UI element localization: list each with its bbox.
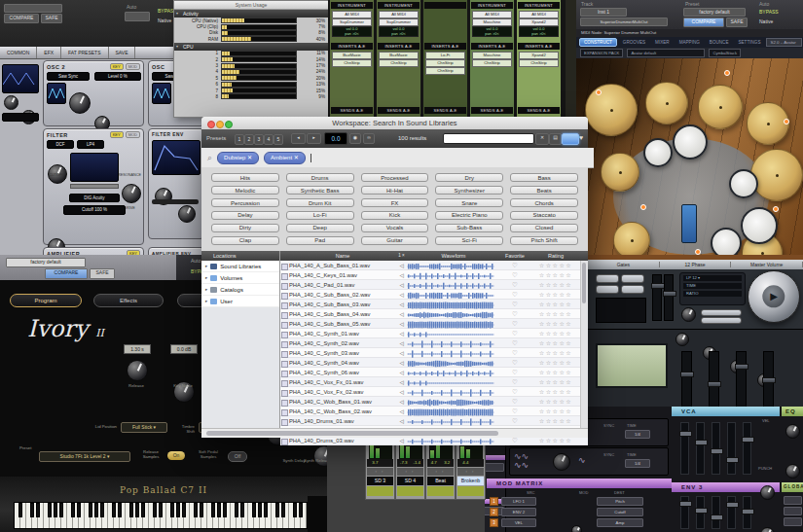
black-key[interactable] bbox=[159, 503, 163, 517]
cymbal[interactable] bbox=[585, 84, 638, 136]
mm-row-num[interactable]: 1 bbox=[490, 497, 498, 506]
category-hi-hat[interactable]: Hi-Hat bbox=[361, 186, 429, 195]
insert-plugin-button[interactable]: Lo-Fi bbox=[425, 52, 465, 59]
black-key[interactable] bbox=[30, 503, 34, 517]
global-tune-box[interactable] bbox=[784, 496, 802, 505]
audition-speaker-icon[interactable]: ◁ bbox=[396, 311, 407, 317]
favorites-heart-icon[interactable]: ♥ bbox=[579, 134, 583, 141]
black-key[interactable] bbox=[252, 503, 256, 517]
env3-fader[interactable] bbox=[712, 496, 720, 529]
drummer-preset-box[interactable]: factory default bbox=[683, 8, 746, 17]
filter-key-badge[interactable]: KEY bbox=[110, 131, 124, 138]
vca-fader[interactable] bbox=[727, 422, 736, 475]
insert-plugin-button[interactable]: Maschine bbox=[472, 52, 512, 59]
browser-back-button[interactable]: ◂ bbox=[291, 133, 306, 144]
lower-fader-2[interactable] bbox=[709, 351, 719, 408]
mm-row-num[interactable]: 3 bbox=[490, 518, 498, 527]
rating-stars[interactable]: ☆☆☆☆☆ bbox=[529, 417, 582, 424]
lfo2-time-value[interactable]: 1/4 bbox=[625, 459, 650, 468]
preset-button-5[interactable]: 5 bbox=[274, 134, 283, 145]
osc2-warp-knob[interactable] bbox=[69, 92, 91, 114]
location-catalogs[interactable]: ▸Catalogs bbox=[201, 284, 279, 296]
rating-stars[interactable]: ☆☆☆☆☆ bbox=[529, 330, 582, 337]
black-key[interactable] bbox=[258, 503, 262, 517]
track-name-plate[interactable]: Brokenb bbox=[457, 477, 484, 485]
mm-src-button[interactable]: ENV 2 bbox=[501, 508, 536, 516]
category-drum-kit[interactable]: Drum Kit bbox=[286, 198, 354, 207]
env3-fader[interactable] bbox=[743, 496, 751, 529]
vca-punch-knob[interactable] bbox=[760, 527, 775, 532]
favorite-heart-icon[interactable]: ♡ bbox=[500, 310, 529, 318]
rack-fader-left[interactable] bbox=[652, 274, 662, 321]
black-key[interactable] bbox=[264, 503, 268, 517]
drum[interactable] bbox=[741, 207, 778, 244]
insert-plugin-button[interactable]: BuzMaxie bbox=[379, 52, 419, 59]
favorite-heart-icon[interactable]: ♡ bbox=[500, 262, 529, 269]
drummer-tab-construct[interactable]: CONSTRUCT bbox=[579, 38, 617, 47]
lower-knob-1[interactable] bbox=[675, 333, 689, 346]
safe-button[interactable]: SAFE bbox=[41, 14, 62, 23]
rack-gain-slider[interactable] bbox=[701, 317, 742, 324]
black-key[interactable] bbox=[223, 503, 227, 517]
rating-stars[interactable]: ☆☆☆☆☆ bbox=[529, 437, 582, 443]
category-electric-piano[interactable]: Electric Piano bbox=[435, 211, 503, 220]
category-guitar[interactable]: Guitar bbox=[361, 236, 429, 245]
global-source-box[interactable] bbox=[784, 517, 802, 526]
system-usage-titlebar[interactable]: System Usage bbox=[174, 1, 328, 10]
vca-fader[interactable] bbox=[743, 422, 751, 475]
rating-stars[interactable]: ☆☆☆☆☆ bbox=[529, 349, 582, 356]
rating-stars[interactable]: ☆☆☆☆☆ bbox=[529, 359, 582, 366]
insert-plugin-button[interactable]: ChnStrip bbox=[472, 59, 512, 67]
drum[interactable] bbox=[673, 124, 708, 160]
drummer-compare-button[interactable]: COMPARE bbox=[683, 18, 724, 27]
rack-button-2[interactable] bbox=[621, 274, 644, 283]
vca-vel-knob[interactable] bbox=[760, 485, 775, 500]
rack-fader-right[interactable] bbox=[664, 274, 674, 321]
black-key[interactable] bbox=[194, 503, 198, 517]
cymbal[interactable] bbox=[601, 153, 639, 192]
rating-stars[interactable]: ☆☆☆☆☆ bbox=[529, 320, 582, 327]
audition-speaker-icon[interactable]: ◁ bbox=[396, 263, 407, 268]
rack-screen-row[interactable]: RATIO bbox=[683, 291, 742, 297]
rating-stars[interactable]: ☆☆☆☆☆ bbox=[529, 281, 582, 288]
rack-freq-slider[interactable] bbox=[701, 309, 742, 316]
audition-speaker-icon[interactable]: ◁ bbox=[396, 389, 407, 395]
location-volumes[interactable]: ▸Volumes bbox=[201, 272, 279, 284]
audition-speaker-icon[interactable]: ◁ bbox=[396, 340, 407, 346]
env3-fader[interactable] bbox=[727, 496, 736, 529]
eq-knob-2[interactable] bbox=[785, 464, 800, 479]
favorite-heart-icon[interactable]: ♡ bbox=[500, 378, 529, 386]
audition-speaker-icon[interactable]: ◁ bbox=[396, 350, 407, 356]
synth-tab-efx[interactable]: EFX bbox=[37, 47, 61, 58]
category-clap[interactable]: Clap bbox=[211, 236, 279, 245]
midi-selector[interactable]: All MIDI bbox=[472, 11, 512, 18]
lid-position-select[interactable]: Full Stick ▾ bbox=[121, 422, 167, 433]
category-lo-fi[interactable]: Lo-Fi bbox=[286, 211, 354, 220]
ivory-preset-select[interactable]: Studio 7Ft 1k Level 2 ▾ bbox=[39, 451, 130, 462]
horizontal-scrollbar[interactable] bbox=[201, 428, 588, 438]
rating-stars[interactable]: ☆☆☆☆☆ bbox=[529, 369, 582, 375]
category-bass[interactable]: Bass bbox=[510, 173, 578, 182]
audition-volume-display[interactable]: 0.0 bbox=[324, 132, 347, 145]
black-key[interactable] bbox=[217, 503, 221, 517]
audition-speaker-icon[interactable]: ◁ bbox=[396, 321, 407, 327]
favorite-heart-icon[interactable]: ♡ bbox=[500, 408, 529, 415]
category-sub-bass[interactable]: Sub-Bass bbox=[435, 224, 503, 232]
category-hits[interactable]: Hits bbox=[211, 173, 279, 182]
category-synthesizer[interactable]: Synthesizer bbox=[435, 186, 503, 195]
global-glide-box[interactable] bbox=[784, 507, 802, 515]
expansion-pack-select[interactable]: EXPANSION PACK bbox=[580, 49, 623, 57]
favorite-heart-icon[interactable]: ♡ bbox=[500, 281, 529, 289]
category-sci-fi[interactable]: Sci-Fi bbox=[435, 236, 503, 245]
track-name-plate[interactable]: SD 3 bbox=[367, 477, 393, 485]
preset-button-3[interactable]: 3 bbox=[254, 134, 264, 145]
black-key[interactable] bbox=[200, 503, 203, 517]
black-key[interactable] bbox=[89, 503, 92, 517]
black-key[interactable] bbox=[59, 503, 63, 517]
rack-screen-row[interactable]: TIME bbox=[683, 283, 742, 289]
black-key[interactable] bbox=[54, 503, 57, 517]
black-key[interactable] bbox=[182, 503, 186, 517]
category-deep[interactable]: Deep bbox=[286, 224, 354, 232]
disclosure-triangle-icon[interactable]: ▸ bbox=[205, 275, 207, 280]
audition-speaker-icon[interactable]: ◁ bbox=[396, 331, 407, 337]
